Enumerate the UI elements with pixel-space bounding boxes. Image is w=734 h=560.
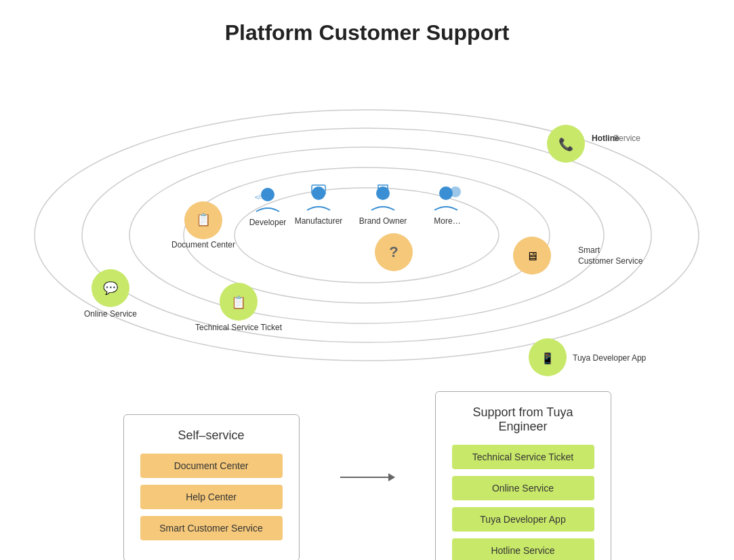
help-center-btn[interactable]: Help Center	[140, 485, 283, 509]
svg-text:📞: 📞	[558, 137, 574, 152]
svg-text:Technical Service Ticket: Technical Service Ticket	[195, 323, 283, 332]
smart-customer-node[interactable]: 🖥 Smart Customer Service	[513, 237, 643, 275]
page-title: Platform Customer Support	[0, 0, 734, 45]
self-service-title: Self–service	[140, 428, 283, 443]
smart-customer-btn[interactable]: Smart Customer Service	[140, 516, 283, 540]
more-node: More…	[434, 186, 461, 226]
technical-ticket-btn[interactable]: Technical Service Ticket	[452, 445, 594, 469]
svg-point-8	[312, 186, 325, 200]
online-service-btn[interactable]: Online Service	[452, 476, 594, 500]
tuya-app-node[interactable]: 📱 Tuya Developer App	[529, 338, 647, 376]
svg-point-14	[450, 186, 461, 197]
svg-text:🖥: 🖥	[526, 249, 538, 263]
arrow-container	[340, 477, 394, 478]
svg-point-4	[235, 188, 499, 283]
flow-arrow	[340, 477, 394, 478]
technical-ticket-node[interactable]: 📋 Technical Service Ticket	[195, 283, 283, 332]
support-title: Support from Tuya Engineer	[452, 405, 594, 434]
svg-text:📋: 📋	[231, 295, 247, 310]
help-center-node[interactable]: ?	[375, 233, 413, 271]
document-center-node[interactable]: 📋 Document Center	[171, 201, 235, 249]
svg-text:💬: 💬	[103, 281, 119, 296]
svg-text:📋: 📋	[196, 212, 211, 227]
developer-node: Developer </>	[249, 188, 287, 227]
doc-center-btn[interactable]: Document Center	[140, 454, 283, 478]
manufacturer-node: Manufacturer	[295, 185, 343, 226]
diagram-area: Developer </> Manufacturer Brand Owner M…	[0, 52, 734, 378]
svg-text:Smart: Smart	[578, 245, 600, 255]
self-service-box: Self–service Document Center Help Center…	[123, 414, 300, 561]
svg-text:Document Center: Document Center	[171, 240, 235, 249]
svg-text:Brand Owner: Brand Owner	[359, 216, 407, 226]
bottom-section: Self–service Document Center Help Center…	[0, 391, 734, 560]
svg-text:</>: </>	[255, 194, 264, 201]
svg-text:More…: More…	[434, 216, 460, 226]
svg-text:Developer: Developer	[249, 218, 287, 227]
brand-owner-node: Brand Owner	[359, 185, 407, 226]
svg-text:📱: 📱	[541, 352, 554, 365]
svg-text:Tuya Developer App: Tuya Developer App	[573, 353, 647, 363]
svg-text:Online Service: Online Service	[84, 309, 137, 319]
svg-text:?: ?	[389, 243, 398, 260]
svg-text:Manufacturer: Manufacturer	[295, 216, 343, 226]
svg-text:Service: Service	[613, 134, 640, 143]
tuya-app-btn[interactable]: Tuya Developer App	[452, 507, 594, 532]
support-box: Support from Tuya Engineer Technical Ser…	[435, 391, 611, 560]
svg-text:Customer Service: Customer Service	[578, 256, 643, 266]
hotline-service-btn[interactable]: Hotline Service	[452, 538, 594, 560]
